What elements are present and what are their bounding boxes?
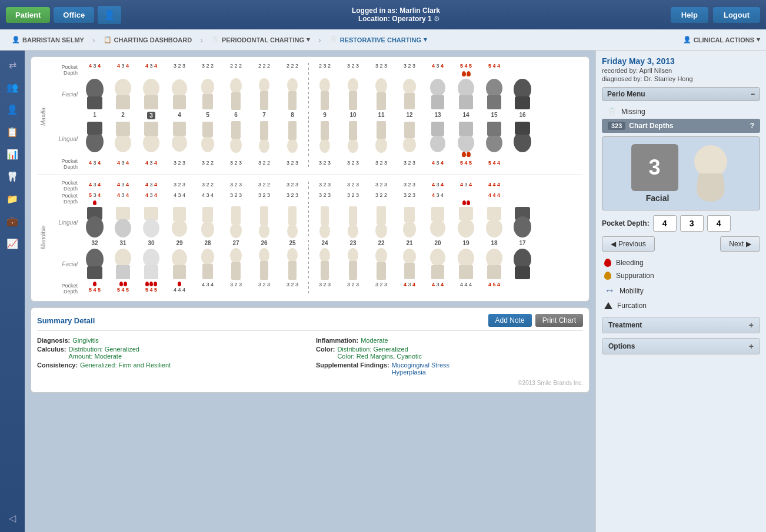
tooth-13-number[interactable]: 13 xyxy=(424,112,451,119)
m-20-number[interactable]: 20 xyxy=(424,240,451,246)
m-28-number[interactable]: 28 xyxy=(194,240,221,246)
m-26-facial[interactable] xyxy=(251,247,278,280)
m-25-facial[interactable] xyxy=(279,247,306,280)
m-17-lingual[interactable] xyxy=(509,206,536,239)
nav-charting-dashboard[interactable]: 📋 CHARTING DASHBOARD xyxy=(98,34,198,46)
tooth-16-number[interactable]: 16 xyxy=(509,112,536,119)
sidebar-icon-people[interactable]: 👥 xyxy=(3,78,22,96)
m-29-facial[interactable] xyxy=(166,247,193,280)
tooth-9-number[interactable]: 9 xyxy=(311,112,338,119)
tooth-14-number[interactable]: 14 xyxy=(452,112,479,119)
tooth-8-number[interactable]: 8 xyxy=(279,112,306,119)
tooth-8-facial[interactable] xyxy=(279,78,306,111)
tooth-7-number[interactable]: 7 xyxy=(251,112,278,119)
pd-input-1[interactable] xyxy=(653,215,677,232)
tooth-6-facial[interactable] xyxy=(222,78,249,111)
nav-patient-name[interactable]: 👤 Barristan Selmy xyxy=(6,34,90,46)
user-icon-button[interactable]: 👤 xyxy=(98,6,121,24)
m-22-number[interactable]: 22 xyxy=(368,240,395,246)
m-23-number[interactable]: 23 xyxy=(339,240,367,246)
tooth-4-lingual[interactable] xyxy=(166,121,193,153)
m-23-lingual[interactable] xyxy=(339,206,367,239)
tooth-15-facial[interactable] xyxy=(481,78,508,111)
sidebar-icon-folder[interactable]: 📁 xyxy=(3,189,22,208)
m-18-facial[interactable] xyxy=(481,247,508,280)
m-19-lingual[interactable] xyxy=(452,206,479,239)
m-25-lingual[interactable] xyxy=(279,206,306,239)
suppuration-legend[interactable]: Suppuration xyxy=(602,269,760,282)
m-26-lingual[interactable] xyxy=(251,206,278,239)
m-32-lingual[interactable] xyxy=(81,206,108,239)
m-29-lingual[interactable] xyxy=(166,206,193,239)
tooth-15-lingual[interactable] xyxy=(481,121,508,153)
tooth-12-facial[interactable] xyxy=(396,78,423,111)
tooth-1-number[interactable]: 1 xyxy=(81,112,108,119)
sidebar-icon-tooth[interactable]: 🦷 xyxy=(3,167,22,186)
sidebar-icon-person[interactable]: 👤 xyxy=(3,100,22,119)
tooth-4-number[interactable]: 4 xyxy=(166,112,193,119)
tooth-3-number[interactable]: 3 xyxy=(138,112,165,119)
m-21-number[interactable]: 21 xyxy=(396,240,423,246)
treatment-header[interactable]: Treatment + xyxy=(602,317,760,333)
pd-input-3[interactable] xyxy=(707,215,731,232)
m-18-lingual[interactable] xyxy=(481,206,508,239)
pd-input-2[interactable] xyxy=(680,215,704,232)
m-32-facial[interactable] xyxy=(81,247,108,280)
tooth-13-lingual[interactable] xyxy=(424,121,451,153)
tooth-7-lingual[interactable] xyxy=(251,121,278,153)
tooth-16-facial[interactable] xyxy=(509,78,536,111)
nav-clinical-actions[interactable]: 👤 CLINICAL ACTIONS ▾ xyxy=(683,36,760,44)
m-19-number[interactable]: 19 xyxy=(452,240,479,246)
patient-button[interactable]: Patient xyxy=(6,7,50,23)
m-27-facial[interactable] xyxy=(222,247,249,280)
tooth-4-facial[interactable] xyxy=(166,78,193,111)
tooth-7-facial[interactable] xyxy=(251,78,278,111)
tooth-15-number[interactable]: 15 xyxy=(481,112,508,119)
furcation-legend[interactable]: Furcation xyxy=(602,299,760,312)
m-27-number[interactable]: 27 xyxy=(222,240,249,246)
bleeding-legend[interactable]: Bleeding xyxy=(602,256,760,269)
missing-item[interactable]: 🦷 Missing xyxy=(602,105,760,119)
nav-periodontal-charting[interactable]: 🦷 PERIODONTAL CHARTING ▾ xyxy=(205,34,316,46)
m-26-number[interactable]: 26 xyxy=(251,240,278,246)
m-28-lingual[interactable] xyxy=(194,206,221,239)
m-18-number[interactable]: 18 xyxy=(481,240,508,246)
tooth-2-facial[interactable] xyxy=(109,78,136,111)
tooth-1-lingual[interactable] xyxy=(81,121,108,153)
m-21-lingual[interactable] xyxy=(396,206,423,239)
m-29-number[interactable]: 29 xyxy=(166,240,193,246)
tooth-10-number[interactable]: 10 xyxy=(339,112,367,119)
tooth-10-lingual[interactable] xyxy=(339,121,367,153)
tooth-11-facial[interactable] xyxy=(368,78,395,111)
m-27-lingual[interactable] xyxy=(222,206,249,239)
tooth-5-number[interactable]: 5 xyxy=(194,112,221,119)
sidebar-icon-bar-chart[interactable]: 📈 xyxy=(3,234,22,253)
tooth-5-facial[interactable] xyxy=(194,78,221,111)
sidebar-icon-shuffle[interactable]: ⇄ xyxy=(3,55,22,74)
tooth-12-number[interactable]: 12 xyxy=(396,112,423,119)
m-24-facial[interactable] xyxy=(311,247,338,280)
m-30-lingual[interactable] xyxy=(138,206,165,239)
tooth-8-lingual[interactable] xyxy=(279,121,306,153)
tooth-11-lingual[interactable] xyxy=(368,121,395,153)
tooth-14-facial[interactable] xyxy=(452,78,479,111)
m-31-number[interactable]: 31 xyxy=(109,240,136,246)
m-31-facial[interactable] xyxy=(109,247,136,280)
office-button[interactable]: Office xyxy=(54,7,94,23)
tooth-1-facial[interactable] xyxy=(81,78,108,111)
question-mark-icon[interactable]: ? xyxy=(750,122,754,130)
sidebar-icon-chart[interactable]: 📊 xyxy=(3,145,22,163)
m-22-lingual[interactable] xyxy=(368,206,395,239)
logout-button[interactable]: Logout xyxy=(713,7,760,23)
m-19-facial[interactable] xyxy=(452,247,479,280)
tooth-2-number[interactable]: 2 xyxy=(109,112,136,119)
nav-restorative-charting[interactable]: 🦷 RESTORATIVE CHARTING ▾ xyxy=(324,34,433,46)
m-30-number[interactable]: 30 xyxy=(138,240,165,246)
m-23-facial[interactable] xyxy=(339,247,367,280)
tooth-11-number[interactable]: 11 xyxy=(368,112,395,119)
m-30-facial[interactable] xyxy=(138,247,165,280)
add-note-button[interactable]: Add Note xyxy=(488,314,532,327)
perio-menu-header[interactable]: Perio Menu − xyxy=(602,87,760,101)
print-chart-button[interactable]: Print Chart xyxy=(535,314,583,327)
tooth-2-lingual[interactable] xyxy=(109,121,136,153)
